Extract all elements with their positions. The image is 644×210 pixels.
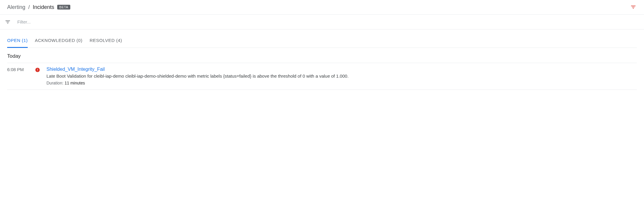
breadcrumb-separator: / [28,4,30,10]
incident-description: Late Boot Validation for cleibl-iap-demo… [46,73,637,79]
date-group-header: Today [7,48,637,63]
filter-list-icon[interactable] [630,4,637,11]
incident-row: 6:08 PM Shielded_VM_Integrity_Fail Late … [7,63,637,90]
page-header: Alerting / Incidents BETA [0,0,644,15]
svg-rect-2 [37,71,38,71]
tab-acknowledged[interactable]: ACKNOWLEDGED (0) [35,38,83,48]
incident-time: 6:08 PM [7,67,29,72]
breadcrumb-current: Incidents [33,4,54,10]
breadcrumb: Alerting / Incidents BETA [7,4,70,10]
filter-input[interactable] [17,18,640,26]
svg-rect-1 [37,69,38,70]
tabs: OPEN (1) ACKNOWLEDGED (0) RESOLVED (4) [7,38,637,48]
incident-title-link[interactable]: Shielded_VM_Integrity_Fail [46,67,637,72]
duration-value: 11 minutes [65,81,85,85]
error-icon [35,68,40,72]
incident-body: Shielded_VM_Integrity_Fail Late Boot Val… [46,67,637,85]
content-area: OPEN (1) ACKNOWLEDGED (0) RESOLVED (4) T… [0,38,644,90]
incident-duration: Duration: 11 minutes [46,81,637,85]
beta-badge: BETA [57,5,70,10]
tab-open[interactable]: OPEN (1) [7,38,28,48]
filter-icon[interactable] [4,18,11,26]
header-actions [630,4,637,11]
filter-bar [0,15,644,29]
duration-label: Duration: [46,81,65,85]
tab-resolved[interactable]: RESOLVED (4) [90,38,122,48]
breadcrumb-parent[interactable]: Alerting [7,4,25,10]
